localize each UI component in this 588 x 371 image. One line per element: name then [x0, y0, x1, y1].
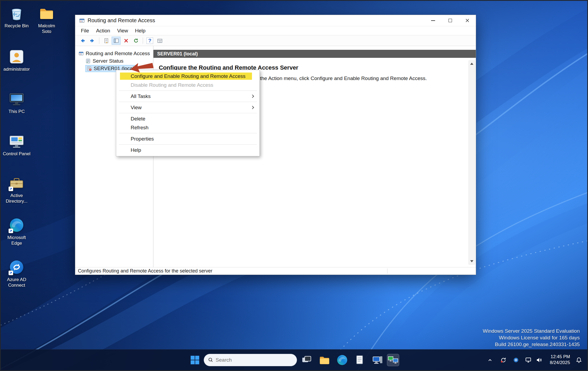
tray-clock[interactable]: 12:45 PM 8/24/2025: [550, 354, 570, 366]
windows-logo-icon: [190, 355, 200, 365]
toolbar-delete-button[interactable]: [122, 37, 130, 45]
search-icon: [208, 357, 213, 362]
window-title: Routing and Remote Access: [88, 17, 155, 24]
context-menu-separator: [119, 90, 257, 91]
folder-icon: [38, 5, 55, 22]
file-explorer-button[interactable]: [319, 354, 330, 366]
maximize-icon: [448, 19, 452, 22]
edge-taskbar-button[interactable]: [337, 354, 348, 366]
computer-icon: [8, 91, 25, 107]
desktop-icon-recycle-bin[interactable]: Recycle Bin: [1, 5, 32, 29]
toolbar-show-hide-tree-button[interactable]: [112, 37, 120, 45]
document-app-button[interactable]: [354, 355, 365, 365]
desktop-icon-control-panel[interactable]: Control Panel: [1, 133, 32, 157]
desktop: Recycle Bin Malcolm Soto administrator: [0, 0, 588, 371]
close-button[interactable]: [459, 15, 476, 26]
submenu-chevron-icon: [251, 106, 254, 109]
server-status-icon: [85, 58, 91, 64]
vertical-scrollbar[interactable]: [469, 60, 475, 264]
window-controls: [424, 15, 476, 26]
context-menu-item-all-tasks[interactable]: All Tasks: [116, 92, 259, 101]
context-menu-item-disable: Disable Routing and Remote Access: [116, 81, 259, 89]
desktop-icon-user-folder[interactable]: Malcolm Soto: [31, 5, 62, 35]
desktop-icon-label: Azure AD Connect: [5, 277, 28, 288]
notifications-button[interactable]: [576, 357, 582, 363]
console-window-icon: [79, 18, 85, 24]
shortcut-arrow-icon: [9, 271, 13, 275]
toolbar-refresh-button[interactable]: [131, 37, 140, 45]
export-list-icon: [157, 38, 163, 44]
scroll-up-button[interactable]: [469, 61, 475, 67]
volume-icon: [536, 357, 542, 363]
desktop-icon-label: Malcolm Soto: [35, 23, 58, 35]
context-menu-item-refresh[interactable]: Refresh: [116, 123, 259, 132]
tree-item-root[interactable]: Routing and Remote Access: [75, 50, 153, 57]
computer-app-icon: [372, 354, 383, 366]
desktop-icon-microsoft-edge[interactable]: Microsoft Edge: [1, 217, 32, 246]
desktop-icon-label: Recycle Bin: [5, 23, 29, 29]
scroll-up-icon: [470, 63, 473, 65]
status-bar-divider: [387, 268, 387, 274]
show-hide-console-tree-icon: [113, 38, 119, 44]
control-panel-icon: [8, 133, 25, 150]
toolbar-export-list-button[interactable]: [155, 37, 164, 45]
tray-network-button[interactable]: [525, 357, 532, 363]
toolbar-forward-button[interactable]: [88, 37, 97, 45]
toolbar-help-button[interactable]: ?: [145, 37, 154, 45]
maximize-button[interactable]: [442, 15, 459, 26]
refresh-icon: [133, 38, 139, 44]
pane-body-text: the Action menu, click Configure and Ena…: [260, 75, 427, 81]
status-bar-text: Configures Routing and Remote Access for…: [78, 268, 212, 274]
context-menu-item-properties[interactable]: Properties: [116, 134, 259, 143]
edge-icon: [8, 217, 25, 233]
delete-icon: [123, 38, 129, 44]
taskbar: 12:45 PM 8/24/2025: [1, 349, 587, 370]
menu-action[interactable]: Action: [93, 27, 114, 35]
minimize-button[interactable]: [424, 15, 442, 26]
start-button[interactable]: [190, 355, 200, 365]
search-input[interactable]: [216, 357, 292, 363]
scroll-down-button[interactable]: [469, 258, 475, 264]
azure-ad-connect-icon: [8, 259, 25, 275]
computer-app-button[interactable]: [372, 354, 383, 366]
tray-chevron-button[interactable]: [488, 358, 492, 362]
tray-volume-button[interactable]: [536, 357, 542, 363]
desktop-icon-azure-ad-connect[interactable]: Azure AD Connect: [1, 259, 32, 288]
shortcut-arrow-icon: [9, 229, 13, 233]
menu-bar: File Action View Help: [75, 26, 476, 35]
submenu-chevron-icon: [251, 94, 254, 98]
minimize-icon: [431, 20, 435, 21]
toolbar-back-button[interactable]: [78, 37, 87, 45]
rras-console-taskbar-button[interactable]: [387, 354, 399, 366]
user-icon: [8, 48, 25, 65]
context-menu-item-view[interactable]: View: [116, 103, 259, 112]
active-directory-icon: [8, 175, 25, 191]
context-menu-separator: [119, 113, 257, 113]
context-menu-item-help[interactable]: Help: [116, 146, 259, 154]
menu-view[interactable]: View: [114, 27, 131, 35]
toolbar-export-button[interactable]: [102, 37, 111, 45]
watermark-line: Windows License valid for 165 days: [483, 334, 580, 341]
taskbar-search[interactable]: [204, 354, 297, 366]
window-titlebar[interactable]: Routing and Remote Access: [75, 15, 476, 26]
tray-sync-button[interactable]: [500, 357, 506, 363]
desktop-icon-this-pc[interactable]: This PC: [1, 91, 32, 114]
toolbar-separator: [143, 37, 143, 44]
rras-console-icon: [387, 354, 399, 366]
console-root-icon: [78, 51, 84, 56]
watermark-line: Windows Server 2025 Standard Evaluation: [483, 328, 580, 334]
context-menu-item-delete[interactable]: Delete: [116, 114, 259, 123]
task-view-icon: [301, 355, 312, 365]
chevron-up-icon: [488, 358, 492, 362]
desktop-icon-active-directory[interactable]: Active Directory...: [1, 175, 32, 204]
menu-file[interactable]: File: [77, 27, 93, 35]
scroll-down-icon: [470, 260, 473, 262]
desktop-icon-label: This PC: [9, 109, 25, 114]
tree-item-label: Server Status: [93, 58, 123, 64]
task-view-button[interactable]: [301, 355, 312, 365]
tray-app-button[interactable]: [513, 357, 519, 363]
menu-help[interactable]: Help: [131, 27, 149, 35]
recycle-bin-icon: [8, 5, 25, 22]
server01-icon: [86, 66, 92, 71]
desktop-icon-administrator[interactable]: administrator: [1, 48, 32, 72]
